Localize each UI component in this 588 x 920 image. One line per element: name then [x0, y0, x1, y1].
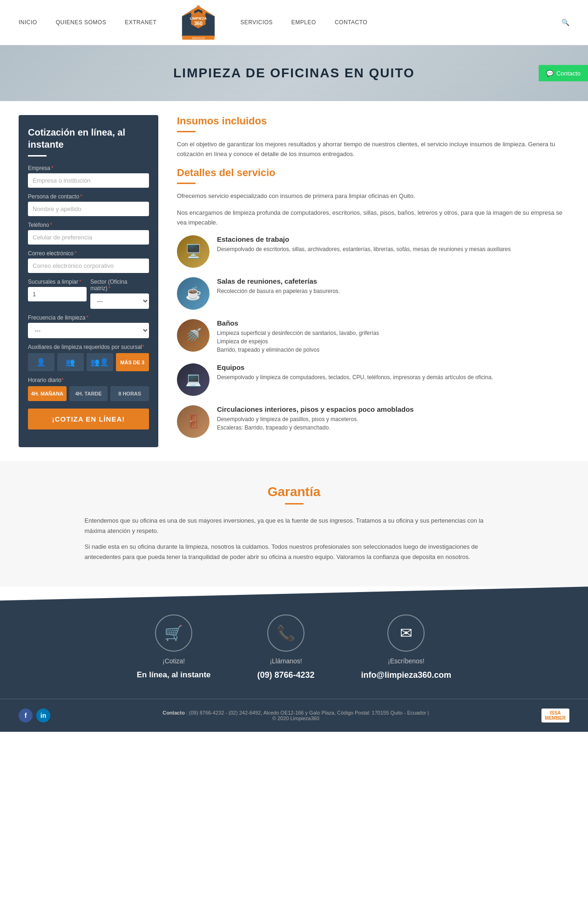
nav-link-extranet[interactable]: EXTRANET	[125, 19, 156, 26]
auxiliares-btn-group: 👤 👥 👥👤 MÁS DE 3	[28, 353, 149, 371]
footer-escribenos-value: info@limpieza360.com	[361, 670, 452, 680]
footer-escribenos-subtitle: ¡Escríbenos!	[388, 657, 425, 665]
footer-cotiza-title: En línea, al instante	[137, 670, 211, 680]
cotiza-button[interactable]: ¡COTIZA EN LÍNEA!	[28, 409, 149, 429]
whatsapp-icon: 💬	[546, 70, 554, 77]
svg-text:360: 360	[195, 21, 203, 26]
empresa-input[interactable]	[28, 173, 149, 188]
email-label: Correo electrónico*	[28, 250, 149, 257]
nav-link-empleo[interactable]: EMPLEO	[291, 19, 316, 26]
insumos-description: Con el objetivo de garantizar los mejore…	[177, 140, 569, 159]
right-content: Insumos incluidos Con el objetivo de gar…	[172, 115, 569, 447]
telefono-label: Teléfono*	[28, 222, 149, 228]
detalles-section: Detalles del servicio Ofrecemos servicio…	[177, 167, 569, 438]
mail-icon: ✉	[400, 624, 412, 642]
service-desc-circulaciones: Desempolvado y limpieza de pasillos, pis…	[217, 415, 414, 432]
footer-cta-section: 🛒 ¡Cotiza! En línea, al instante 📞 ¡Llám…	[0, 586, 588, 699]
aux-1-button[interactable]: 👤	[28, 353, 54, 371]
sucursales-sector-row: Sucursales a limpiar* Sector (Oficina ma…	[28, 279, 149, 314]
social-links: f in	[19, 709, 50, 722]
email-input[interactable]	[28, 259, 149, 273]
footer-llamanos-item[interactable]: 📞 ¡Llámanos! (09) 8766-4232	[257, 614, 315, 680]
email-group: Correo electrónico*	[28, 250, 149, 273]
form-divider	[28, 155, 47, 157]
search-icon[interactable]: 🔍	[561, 19, 569, 26]
empresa-group: Empresa*	[28, 165, 149, 188]
service-thumb-banos: 🚿	[177, 319, 210, 352]
footer-contact-info: Contacto : (09) 8766-4232 - (02) 242-649…	[64, 710, 527, 721]
hero-title: LIMPIEZA DE OFICINAS EN QUITO	[173, 52, 414, 95]
sector-group: Sector (Oficina matriz)* ---	[90, 279, 149, 309]
nav-link-servicios[interactable]: SERVICIOS	[240, 19, 273, 26]
insumos-section: Insumos incluidos Con el objetivo de gar…	[177, 115, 569, 159]
site-logo[interactable]: LIMPIEZA 360 SERVICIOS	[175, 4, 222, 41]
person-3-icon: 👥👤	[90, 358, 109, 367]
footer-llamanos-value: (09) 8766-4232	[257, 670, 315, 680]
contacto-label: Persona de contacto*	[28, 193, 149, 200]
detalles-title: Detalles del servicio	[177, 167, 569, 179]
service-content-banos: Baños Limpieza superficial y desinfecció…	[217, 319, 379, 354]
footer-cotiza-item[interactable]: 🛒 ¡Cotiza! En línea, al instante	[137, 614, 211, 680]
garantia-text2: Si nadie esta en su oficina durante la l…	[85, 542, 504, 562]
aux-mas-de-3-button[interactable]: MÁS DE 3	[116, 353, 149, 371]
service-content-circulaciones: Circulaciones interiores, pisos y espaci…	[217, 405, 414, 432]
phone-icon: 📞	[277, 624, 295, 642]
horario-manana-button[interactable]: 4H. MAÑANA	[28, 386, 67, 401]
service-desc-estaciones: Desempolvado de escritorios, sillas, arc…	[217, 245, 511, 253]
detalles-divider	[177, 183, 196, 184]
service-title-salas: Salas de reuniones, cafeterías	[217, 277, 340, 285]
service-item-circulaciones: 🚪 Circulaciones interiores, pisos y espa…	[177, 405, 569, 438]
service-thumb-salas: ☕	[177, 277, 210, 310]
service-content-estaciones: Estaciones de trabajo Desempolvado de es…	[217, 235, 511, 253]
frecuencia-group: Frecuencia de limpieza* ---	[28, 314, 149, 338]
service-item-equipos: 💻 Equipos Desempolvado y limpieza de com…	[177, 363, 569, 396]
service-thumb-circulaciones: 🚪	[177, 405, 210, 438]
service-desc-equipos: Desempolvado y limpieza de computadores,…	[217, 373, 493, 382]
nav-link-quienes[interactable]: QUIENES SOMOS	[56, 19, 107, 26]
footer-llamanos-icon-circle: 📞	[267, 614, 304, 652]
auxiliares-section: Auxiliares de limpieza requeridos por su…	[28, 344, 149, 371]
contacto-input[interactable]	[28, 202, 149, 216]
main-content: Cotización en línea, al instante Empresa…	[0, 101, 588, 461]
footer-escribenos-icon-circle: ✉	[387, 614, 425, 652]
auxiliares-label: Auxiliares de limpieza requeridos por su…	[28, 344, 149, 350]
svg-text:SERVICIOS: SERVICIOS	[192, 37, 205, 40]
svg-point-2	[197, 6, 200, 9]
nav-link-inicio[interactable]: INICIO	[19, 19, 37, 26]
telefono-input[interactable]	[28, 230, 149, 245]
service-title-banos: Baños	[217, 319, 379, 327]
footer-cotiza-icon-circle: 🛒	[155, 614, 192, 652]
garantia-divider	[285, 503, 304, 504]
service-thumb-estaciones: 🖥️	[177, 235, 210, 268]
contacto-group: Persona de contacto*	[28, 193, 149, 216]
horario-tarde-button[interactable]: 4H. TARDE	[69, 386, 108, 401]
service-title-equipos: Equipos	[217, 363, 493, 371]
whatsapp-button[interactable]: 💬 Contacto	[539, 65, 588, 82]
navbar: INICIO QUIENES SOMOS EXTRANET LIMPIEZA	[0, 0, 588, 45]
nav-link-contacto[interactable]: CONTACTO	[335, 19, 367, 26]
sucursales-label: Sucursales a limpiar*	[28, 279, 87, 285]
horario-section: Horario diario* 4H. MAÑANA 4H. TARDE 8 H…	[28, 377, 149, 401]
garantia-title: Garantía	[19, 484, 569, 499]
service-item-banos: 🚿 Baños Limpieza superficial y desinfecc…	[177, 319, 569, 354]
svg-rect-4	[203, 10, 206, 14]
empresa-label: Empresa*	[28, 165, 149, 171]
service-thumb-equipos: 💻	[177, 363, 210, 396]
issa-badge: ISSA MEMBER	[541, 709, 569, 722]
issa-label: ISSA	[545, 710, 566, 716]
sector-select[interactable]: ---	[90, 293, 149, 309]
footer-cotiza-subtitle: ¡Cotiza!	[162, 657, 185, 665]
footer-escribenos-item[interactable]: ✉ ¡Escríbenos! info@limpieza360.com	[361, 614, 452, 680]
nav-links: INICIO QUIENES SOMOS EXTRANET LIMPIEZA	[19, 4, 569, 41]
aux-3-button[interactable]: 👥👤	[87, 353, 113, 371]
facebook-icon[interactable]: f	[19, 709, 33, 722]
sucursales-input[interactable]	[28, 287, 87, 301]
service-content-salas: Salas de reuniones, cafeterías Recolecci…	[217, 277, 340, 295]
contact-label: Contacto	[162, 710, 185, 716]
linkedin-icon[interactable]: in	[36, 709, 50, 722]
horario-8horas-button[interactable]: 8 HORAS	[110, 386, 149, 401]
aux-2-button[interactable]: 👥	[57, 353, 84, 371]
frecuencia-select[interactable]: ---	[28, 323, 149, 338]
sector-label: Sector (Oficina matriz)*	[90, 279, 149, 292]
service-title-estaciones: Estaciones de trabajo	[217, 235, 511, 243]
